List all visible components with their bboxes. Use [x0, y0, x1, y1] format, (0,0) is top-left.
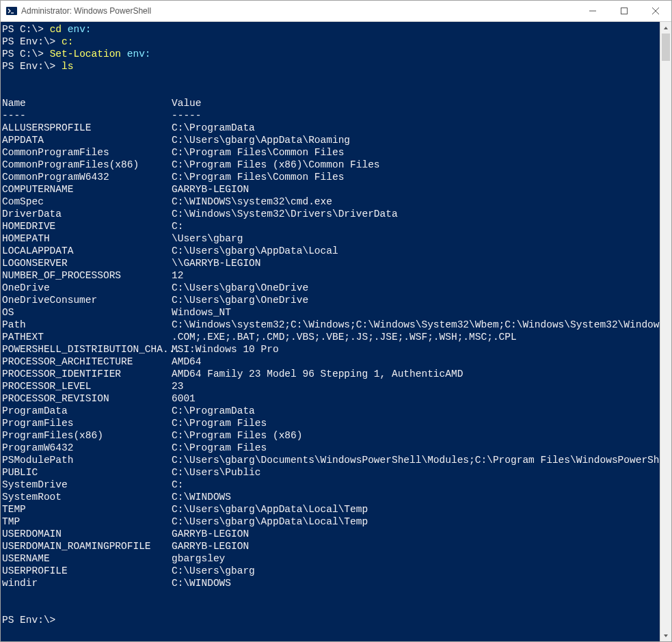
- svg-rect-0: [6, 7, 17, 15]
- env-name: ALLUSERSPROFILE: [2, 122, 172, 134]
- env-name: windir: [2, 577, 172, 589]
- env-row: PathC:\Windows\system32;C:\Windows;C:\Wi…: [2, 319, 660, 331]
- env-value: C:: [172, 220, 183, 232]
- env-row: SystemDriveC:: [2, 479, 660, 491]
- command-line: PS Env:\> ls: [2, 60, 660, 72]
- env-value: AMD64: [172, 356, 202, 368]
- env-value: Windows_NT: [172, 306, 231, 319]
- env-value: C:\WINDOWS: [172, 491, 231, 503]
- env-row: windirC:\WINDOWS: [2, 577, 660, 589]
- command-keyword: cd: [50, 24, 68, 35]
- env-name: USERPROFILE: [2, 565, 172, 577]
- scroll-up-button[interactable]: [660, 22, 671, 34]
- env-row: ProgramDataC:\ProgramData: [2, 405, 660, 417]
- final-prompt: PS Env:\>: [2, 614, 660, 626]
- env-value: AMD64 Family 23 Model 96 Stepping 1, Aut…: [172, 368, 463, 380]
- env-name: NUMBER_OF_PROCESSORS: [2, 269, 172, 282]
- scroll-down-button[interactable]: [660, 630, 671, 641]
- prompt: PS Env:\>: [2, 36, 62, 47]
- command-argument: env:: [68, 24, 92, 35]
- env-value: 6001: [172, 392, 196, 405]
- env-row: ALLUSERSPROFILEC:\ProgramData: [2, 122, 660, 134]
- command-line: PS C:\> cd env:: [2, 23, 660, 36]
- env-name: CommonProgramFiles: [2, 146, 172, 159]
- env-value: C:\Program Files (x86)\Common Files: [172, 159, 380, 171]
- env-value: C:\Users\gbarg: [172, 565, 255, 577]
- env-row: CommonProgramFiles(x86)C:\Program Files …: [2, 159, 660, 171]
- env-row: USERDOMAIN_ROAMINGPROFILEGARRYB-LEGION: [2, 540, 660, 552]
- window-title: Administrator: Windows PowerShell: [21, 6, 577, 16]
- env-name: PROCESSOR_LEVEL: [2, 380, 172, 392]
- env-row: TEMPC:\Users\gbarg\AppData\Local\Temp: [2, 503, 660, 516]
- env-name: USERDOMAIN_ROAMINGPROFILE: [2, 540, 172, 552]
- env-name: ProgramW6432: [2, 442, 172, 454]
- scroll-track[interactable]: [660, 34, 671, 630]
- env-row: NUMBER_OF_PROCESSORS12: [2, 269, 660, 282]
- env-name: PROCESSOR_ARCHITECTURE: [2, 356, 172, 368]
- close-button[interactable]: [640, 1, 671, 21]
- env-row: PSModulePathC:\Users\gbarg\Documents\Win…: [2, 454, 660, 466]
- env-row: DriverDataC:\Windows\System32\Drivers\Dr…: [2, 208, 660, 220]
- env-name: PUBLIC: [2, 466, 172, 479]
- header-separator: ---------: [2, 109, 660, 122]
- env-value: C:\Users\gbarg\AppData\Local: [172, 245, 338, 257]
- env-row: POWERSHELL_DISTRIBUTION_CHA...MSI:Window…: [2, 343, 660, 356]
- env-row: HOMEPATH\Users\gbarg: [2, 232, 660, 245]
- env-value: C:\Users\gbarg\Documents\WindowsPowerShe…: [172, 454, 660, 466]
- env-name: TMP: [2, 516, 172, 528]
- env-name: ProgramFiles: [2, 417, 172, 429]
- env-name: SystemDrive: [2, 479, 172, 491]
- env-row: PUBLICC:\Users\Public: [2, 466, 660, 479]
- env-name: OS: [2, 306, 172, 319]
- env-value: C:\Users\gbarg\OneDrive: [172, 294, 308, 306]
- env-name: SystemRoot: [2, 491, 172, 503]
- env-value: 23: [172, 380, 183, 392]
- env-name: LOCALAPPDATA: [2, 245, 172, 257]
- env-row: TMPC:\Users\gbarg\AppData\Local\Temp: [2, 516, 660, 528]
- env-name: CommonProgramW6432: [2, 171, 172, 183]
- env-value: C:\Program Files\Common Files: [172, 146, 344, 159]
- separator: -----: [172, 109, 202, 122]
- env-name: LOGONSERVER: [2, 257, 172, 269]
- env-value: C:\Users\gbarg\AppData\Roaming: [172, 134, 350, 146]
- powershell-window: Administrator: Windows PowerShell PS C:\…: [0, 0, 672, 642]
- env-row: OneDriveC:\Users\gbarg\OneDrive: [2, 282, 660, 294]
- env-name: HOMEPATH: [2, 232, 172, 245]
- env-value: C:\Users\gbarg\AppData\Local\Temp: [172, 516, 368, 528]
- command-keyword: c:: [62, 36, 73, 47]
- env-value: C:\WINDOWS: [172, 577, 231, 589]
- env-row: PROCESSOR_ARCHITECTUREAMD64: [2, 356, 660, 368]
- minimize-button[interactable]: [577, 1, 608, 21]
- env-name: COMPUTERNAME: [2, 183, 172, 196]
- separator: ----: [2, 109, 172, 122]
- env-value: GARRYB-LEGION: [172, 528, 249, 540]
- titlebar[interactable]: Administrator: Windows PowerShell: [1, 1, 671, 22]
- vertical-scrollbar[interactable]: [660, 22, 671, 641]
- command-line: PS C:\> Set-Location env:: [2, 48, 660, 60]
- env-name: PROCESSOR_REVISION: [2, 392, 172, 405]
- env-name: DriverData: [2, 208, 172, 220]
- maximize-button[interactable]: [608, 1, 640, 21]
- env-value: C:\WINDOWS\system32\cmd.exe: [172, 196, 332, 208]
- prompt: PS C:\>: [2, 49, 50, 59]
- env-row: ProgramFilesC:\Program Files: [2, 417, 660, 429]
- env-row: COMPUTERNAMEGARRYB-LEGION: [2, 183, 660, 196]
- console-output[interactable]: PS C:\> cd env:PS Env:\> c:PS C:\> Set-L…: [1, 22, 660, 641]
- env-name: APPDATA: [2, 134, 172, 146]
- env-name: ComSpec: [2, 196, 172, 208]
- env-name: Path: [2, 319, 172, 331]
- env-name: PSModulePath: [2, 454, 172, 466]
- env-row: OneDriveConsumerC:\Users\gbarg\OneDrive: [2, 294, 660, 306]
- env-row: PROCESSOR_REVISION6001: [2, 392, 660, 405]
- env-row: PATHEXT.COM;.EXE;.BAT;.CMD;.VBS;.VBE;.JS…: [2, 331, 660, 343]
- env-value: GARRYB-LEGION: [172, 183, 249, 196]
- env-value: \Users\gbarg: [172, 232, 243, 245]
- env-value: C:\Users\gbarg\AppData\Local\Temp: [172, 503, 368, 516]
- env-value: C:\Program Files (x86): [172, 429, 302, 442]
- column-headers: NameValue: [2, 97, 660, 109]
- scroll-thumb[interactable]: [662, 34, 670, 61]
- env-name: USERDOMAIN: [2, 528, 172, 540]
- env-row: LOCALAPPDATAC:\Users\gbarg\AppData\Local: [2, 245, 660, 257]
- env-value: C:\Program Files: [172, 442, 267, 454]
- env-value: C:\Users\Public: [172, 466, 261, 479]
